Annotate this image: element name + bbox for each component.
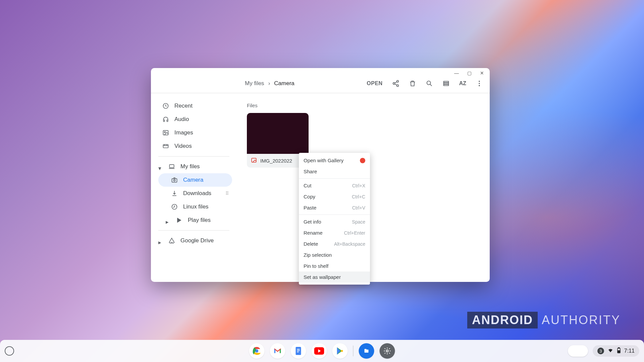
laptop-icon: [168, 163, 175, 170]
sidebar-item-label: Audio: [174, 116, 189, 123]
ctx-open-gallery[interactable]: Open with Gallery: [299, 155, 370, 166]
linux-icon: [171, 203, 178, 210]
app-files[interactable]: [359, 343, 374, 359]
section-label: Files: [247, 103, 478, 108]
breadcrumb: My files › Camera: [245, 80, 294, 87]
delete-icon[interactable]: [409, 80, 416, 87]
shelf-separator: [353, 346, 354, 356]
headphones-icon: [162, 116, 169, 123]
shelf-tray: 3 7:11: [568, 345, 639, 357]
play-icon: [176, 217, 182, 224]
wifi-icon: [607, 347, 613, 355]
svg-rect-29: [365, 350, 369, 353]
sidebar-item-audio[interactable]: Audio: [158, 113, 232, 126]
stylus-pill[interactable]: [568, 345, 588, 357]
watermark: ANDROID AUTHORITY: [467, 312, 621, 328]
svg-rect-5: [443, 83, 448, 84]
svg-rect-34: [618, 351, 620, 353]
ctx-cut[interactable]: CutCtrl+X: [299, 180, 370, 191]
toolbar: My files › Camera OPEN AZ: [151, 74, 490, 93]
app-play[interactable]: [332, 343, 348, 359]
sidebar-item-camera[interactable]: Camera: [158, 173, 232, 187]
video-icon: [162, 143, 169, 149]
chevron-right-icon: ▸: [158, 239, 162, 242]
sidebar-item-images[interactable]: Images: [158, 126, 232, 139]
sidebar-item-videos[interactable]: Videos: [158, 139, 232, 153]
svg-rect-30: [365, 349, 367, 350]
sidebar-item-downloads[interactable]: Downloads ⠿: [158, 187, 232, 200]
ctx-copy[interactable]: CopyCtrl+C: [299, 191, 370, 202]
ctx-getinfo[interactable]: Get infoSpace: [299, 216, 370, 227]
shelf: 3 7:11: [0, 340, 644, 362]
clock-text: 7:11: [624, 348, 635, 354]
sidebar-item-label: Linux files: [183, 203, 209, 210]
camera-icon: [171, 177, 178, 183]
sidebar-item-linux[interactable]: Linux files: [158, 200, 232, 214]
ctx-pin[interactable]: Pin to shelf: [299, 260, 370, 272]
svg-rect-33: [618, 348, 620, 348]
notification-badge: 3: [597, 348, 604, 354]
share-icon[interactable]: [392, 80, 399, 87]
svg-point-18: [174, 179, 175, 181]
svg-rect-12: [167, 120, 168, 122]
shelf-apps: [249, 343, 395, 359]
watermark-light: AUTHORITY: [542, 313, 621, 327]
breadcrumb-current: Camera: [274, 80, 294, 87]
ctx-share[interactable]: Share: [299, 166, 370, 177]
sidebar-item-label: Google Drive: [180, 237, 214, 244]
svg-rect-25: [297, 350, 300, 351]
ctx-delete[interactable]: DeleteAlt+Backspace: [299, 238, 370, 249]
svg-rect-4: [443, 81, 448, 83]
sidebar-item-recent[interactable]: Recent: [158, 99, 232, 113]
ctx-set-wallpaper[interactable]: Set as wallpaper: [299, 272, 370, 283]
svg-rect-16: [169, 165, 174, 168]
svg-rect-6: [443, 84, 448, 86]
open-button[interactable]: OPEN: [367, 80, 382, 86]
sidebar-item-myfiles[interactable]: ▾ My files: [158, 160, 232, 173]
window-controls: — ▢ ✕: [151, 68, 490, 74]
app-settings[interactable]: [380, 343, 395, 359]
sidebar-item-drive[interactable]: ▸ Google Drive: [158, 234, 232, 247]
drag-handle-icon[interactable]: ⠿: [225, 191, 228, 196]
search-icon[interactable]: [426, 80, 433, 87]
sidebar-item-label: My files: [180, 163, 200, 170]
sidebar-item-label: Downloads: [183, 190, 211, 197]
sidebar: Recent Audio Images Videos ▾: [151, 93, 235, 282]
svg-point-7: [479, 81, 480, 82]
svg-rect-26: [297, 352, 299, 352]
svg-point-0: [396, 80, 398, 82]
file-image-icon: [251, 157, 257, 164]
app-gmail[interactable]: [270, 343, 285, 359]
svg-point-2: [396, 85, 398, 86]
launcher-button[interactable]: [5, 346, 14, 356]
drive-icon: [168, 237, 175, 244]
app-chrome[interactable]: [249, 343, 265, 359]
sidebar-item-label: Recent: [174, 103, 193, 109]
app-docs[interactable]: [291, 343, 306, 359]
view-list-icon[interactable]: [442, 80, 450, 87]
chevron-down-icon: ▾: [158, 165, 162, 168]
svg-point-1: [393, 82, 395, 84]
chevron-right-icon: ›: [268, 80, 270, 87]
svg-rect-24: [297, 349, 300, 350]
watermark-bold: ANDROID: [467, 312, 538, 328]
ctx-rename[interactable]: RenameCtrl+Enter: [299, 227, 370, 238]
svg-point-9: [479, 85, 480, 86]
more-icon[interactable]: [476, 80, 483, 87]
ctx-paste[interactable]: PasteCtrl+V: [299, 202, 370, 213]
sidebar-item-label: Images: [174, 129, 193, 136]
image-icon: [162, 129, 169, 136]
gallery-icon: [360, 158, 365, 163]
sidebar-item-label: Camera: [183, 177, 203, 183]
app-youtube[interactable]: [312, 343, 327, 359]
status-area[interactable]: 3 7:11: [593, 345, 639, 357]
svg-rect-11: [163, 120, 164, 122]
ctx-zip[interactable]: Zip selection: [299, 249, 370, 260]
divider: [158, 230, 229, 231]
battery-icon: [617, 347, 621, 355]
sidebar-item-playfiles[interactable]: ▸ Play files: [158, 214, 232, 227]
breadcrumb-root[interactable]: My files: [245, 80, 264, 87]
svg-rect-15: [163, 144, 168, 148]
file-name: IMG_2022022: [260, 158, 292, 164]
sort-button[interactable]: AZ: [459, 80, 466, 86]
